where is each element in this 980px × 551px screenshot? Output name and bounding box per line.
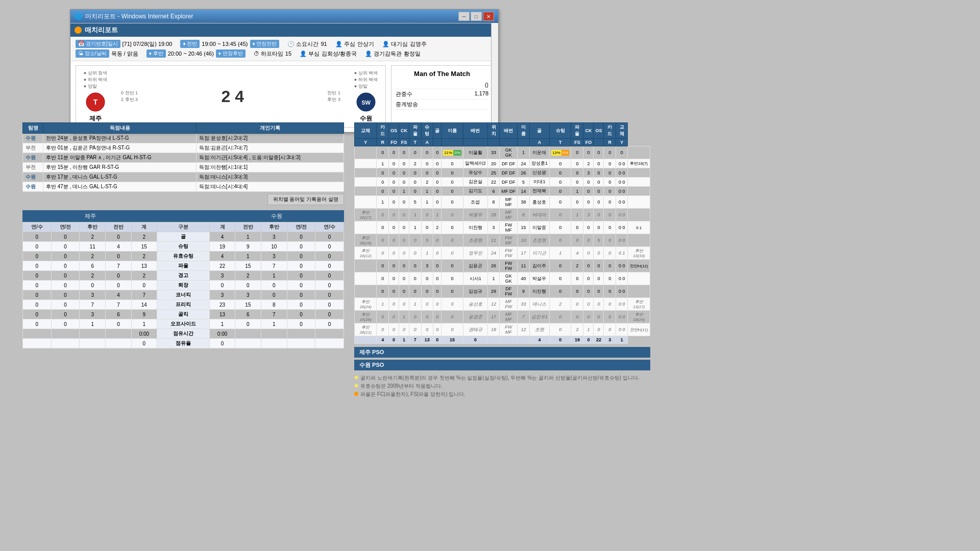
player-col-header: 파울 [571,123,583,139]
extension-label: ♦ 연장전반 [250,40,280,48]
referee-val: 안상기 [357,40,374,48]
player-row: 0000000 시사11GK GK40박설우 000000 0 [355,272,650,285]
match-section: ● 상위 청색● 하위 백색● 양말 T 제주 0 전반 12 후반 3 2 [70,61,498,132]
restore-button[interactable]: □ [471,12,482,21]
player-sub-header: Y [355,139,377,146]
browser-icon: 🌐 [75,13,82,20]
info-row-2: 🌤 장소/날씨 목동 / 맑음 ♦ 후반 20:00 ~ 20:46 (46) … [76,49,493,58]
player-row: 0001020 이찬행3FW MF15이말중 000000 00 1 [355,221,650,234]
player-col-header: 배번 [463,123,487,139]
minimize-button[interactable]: ─ [458,12,470,21]
player-total-row: 4017130150401902231 [355,336,650,344]
stats-col-header: 연/수 [315,222,344,232]
motm-audience-label: 관중수 [396,90,412,98]
titlebar-controls: ─ □ ✕ [458,12,494,21]
close-button[interactable]: ✕ [483,12,494,21]
game-id-item: 📅 경기번호]일시 [71] 07/28(일) 19:00 [76,40,172,48]
event-team: 수원 [23,182,43,192]
suwon-half-label: 전반 1후반 3 [327,90,340,103]
note-1: 골키퍼 노란색기록(왼쪽분)의 경우 첫번째 %는 실점율(실점/슈팅), 두번… [354,374,650,382]
assist-ref-item: 👤 대기심 김영주 [382,40,427,48]
pso-suwon-bar: 수원 PSO [354,360,650,370]
event-detail: 득점:김윤곤[시:7대:7] [197,143,344,153]
player-row: 후반16(17)0001010 박웅우28MF MF8버대아 013000 0 [355,209,650,221]
scrollbar[interactable] [491,23,498,132]
player-sub-header [463,139,487,146]
info-row-1: 📅 경기번호]일시 [71] 07/28(일) 19:00 ♦ 전반 19:00… [76,40,493,48]
player-col-header: OS [388,123,399,139]
period-label: ♦ 전반 [180,40,200,48]
page-header: 매치리포트 [70,23,498,37]
info-section: 📅 경기번호]일시 [71] 07/28(일) 19:00 ♦ 전반 19:00… [70,37,498,61]
player-sub-header [442,139,463,146]
player-col-header: 파울 [409,123,422,139]
stat-middle-header [158,210,209,222]
player-row: 후반28(11)0000000 권태규18FW MF12조현 021000 0전… [355,323,650,336]
right-panel: 교체카드OSCK파울슈팅골이름배번위치배번이름골슈팅파울CKOS카드교체 YRF… [354,122,650,399]
event-team: 부천 [23,143,43,153]
jeju-team-info: ● 상위 청색● 하위 백색● 양말 T 제주 [80,70,111,123]
stats-col-header: 계 [131,222,157,232]
stats-col-header: 계 [210,222,235,232]
player-row: 후반16(24)1001000 송선호12MF FW33데니스 200000 0… [355,298,650,311]
jeju-half-label: 0 전반 12 후반 3 [121,90,138,103]
player-row: 0000000 김성규29DF FW9이진행 000000 0 [355,285,650,298]
game-date: [71] 07/28(일) 19:00 [122,40,173,48]
content-area: 매치리포트 📅 경기번호]일시 [71] 07/28(일) 19:00 ♦ 전반… [70,23,498,132]
supervisor-item: 👤 경기감독관 황정일 [365,50,421,58]
player-sub-header: FS [399,139,409,146]
score-area: 2 4 [148,87,317,106]
motm-audience-row: 관중수 1,178 [396,89,488,99]
player-row: 1002000 알렉세이220DF DF24장성훈1 002000 0후반18(… [355,159,650,168]
main-content: 팀명 득점내용 개인기록 수원 전반 24분 , 윤성호 PA정면내 L-ST-… [22,122,650,399]
period-item: ♦ 전반 19:00 ~ 13:45 (45) ♦ 연장전반 [180,40,279,48]
player-sub-header: T [409,139,422,146]
game-id-label: 📅 경기번호]일시 [76,40,120,48]
suwon-colors: ● 상위 백색● 하위 백색● 양말 [354,70,378,90]
titlebar-left: 🌐 마치리포트 - Windows Internet Explorer [75,12,193,21]
stats-header: 제주 수원 [22,210,344,222]
event-team: 수원 [23,134,43,143]
motm-broadcast-label: 중계방송 [396,101,418,108]
supervisor-val: 황정일 [404,50,421,58]
referee-label: 👤 주심 [335,40,355,48]
player-col-header: 배번 [500,123,518,139]
motm-broadcast-row: 중계방송 [396,99,488,110]
col-desc: 득점내용 [43,123,197,134]
player-sub-header: A [421,139,433,146]
player-sub-header: FO [583,139,594,146]
match-score-box: ● 상위 청색● 하위 백색● 양말 T 제주 0 전반 12 후반 3 2 [76,65,386,128]
duration-item: 🕐 소요시간 91 [287,40,327,48]
stats-col-header: 연/전 [287,222,315,232]
jeju-header: 제주 [22,210,158,222]
player-sub-header [487,139,500,146]
player-col-header: 이름 [442,123,463,139]
note-2: 유효슈팅은 2009년부터 적용됩니다. [354,383,650,390]
event-desc: 후반 47분 , 데니스 GAL L-ST-G [43,182,197,192]
event-desc: 후반 17분 , 데니스 GAL L-ST-G [43,172,197,182]
note-dot-2 [354,384,358,388]
ext2-label: ♦ 연장후반 [216,49,246,58]
player-sub-header: A [529,139,549,146]
player-sub-header [433,139,442,146]
left-panel: 팀명 득점내용 개인기록 수원 전반 24분 , 윤성호 PA정면내 L-ST-… [22,122,344,399]
linesman-item: 👤 부심 김회성/황종국 [300,50,357,58]
motm-title: Man of The Match [396,70,488,78]
player-sub-header: Y [616,139,628,146]
event-detail: 득점:이기근[시:5대:4] , 도움:이말중[시:3대:3] [197,153,344,163]
player-col-header: 교체 [355,123,377,139]
half2-time: 20:00 ~ 20:46 (46) [168,51,214,57]
col-team: 팀명 [23,123,43,134]
player-row: 00000021%0% 이을활33GK GK1이운재 13%0%00000 [355,146,650,159]
stats-col-header: 후반 [261,222,287,232]
window-title: 마치리포트 - Windows Internet Explorer [85,12,193,21]
position-explanation-button[interactable]: 위치별 용어및 기록용어 설명 [267,194,344,205]
main-window: 🌐 마치리포트 - Windows Internet Explorer ─ □ … [70,9,499,133]
referee-item: 👤 주심 안상기 [335,40,374,48]
player-col-header: 이름 [518,123,530,139]
jeju-logo: T [84,91,107,113]
linesman-val: 김회성/황종국 [322,50,357,58]
player-sub-header: FS [571,139,583,146]
svg-text:SW: SW [361,99,371,106]
stats-col-header: 연/수 [23,222,52,232]
